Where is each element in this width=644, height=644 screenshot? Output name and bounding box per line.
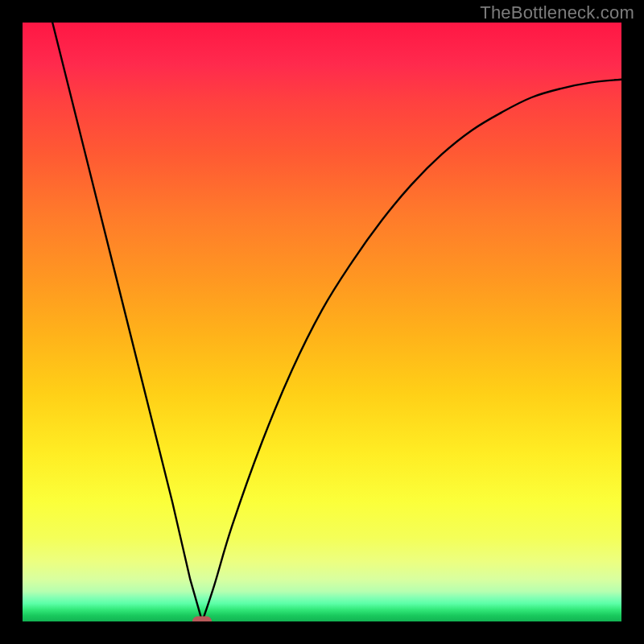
chart-frame: TheBottleneck.com <box>0 0 644 644</box>
bottleneck-curve <box>23 23 621 621</box>
plot-area <box>23 23 621 621</box>
optimal-marker <box>192 617 212 622</box>
watermark-text: TheBottleneck.com <box>480 2 634 23</box>
